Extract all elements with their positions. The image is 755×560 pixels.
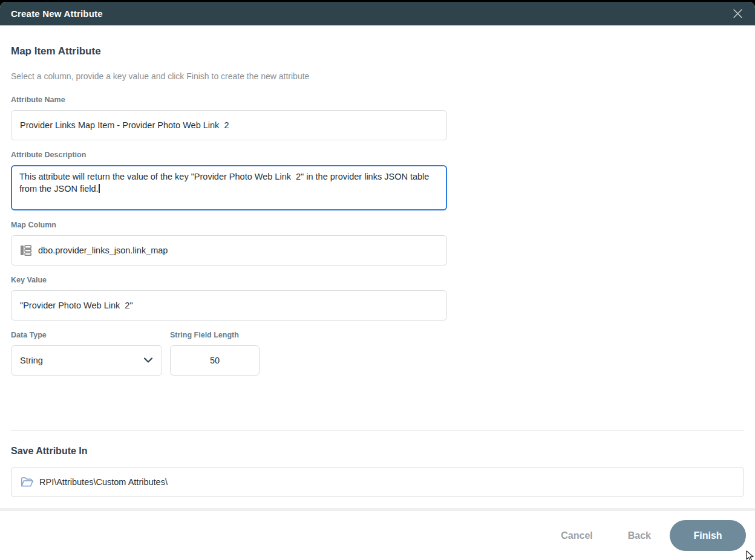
data-type-row: Data Type String String Field Length [11,321,744,376]
save-attribute-in-heading: Save Attribute In [11,445,744,457]
page-title: Map Item Attribute [11,45,744,57]
dialog-titlebar: Create New Attribute [0,2,755,25]
data-type-label: Data Type [11,331,162,340]
data-type-select[interactable]: String [11,345,162,376]
string-field-length-label: String Field Length [170,331,260,340]
section-divider [11,430,744,431]
dialog-content: Map Item Attribute Select a column, prov… [0,45,755,497]
close-icon [733,8,743,19]
key-value-label: Key Value [11,276,744,285]
map-column-value: dbo.provider_links_json.link_map [38,246,168,255]
close-button[interactable] [731,7,744,21]
map-column-input[interactable]: dbo.provider_links_json.link_map [11,235,447,265]
folder-open-icon [20,476,33,488]
attribute-name-label: Attribute Name [11,96,744,105]
page-subtitle: Select a column, provide a key value and… [11,72,744,81]
table-column-icon [20,244,32,257]
attribute-description-textarea[interactable]: This attribute will return the value of … [11,165,447,210]
cancel-button[interactable]: Cancel [561,530,592,541]
back-button[interactable]: Back [628,530,651,541]
attribute-description-text: This attribute will return the value of … [19,172,431,194]
dialog-title: Create New Attribute [11,8,103,19]
chevron-down-icon [143,357,153,363]
save-location-input[interactable]: RPI\Attributes\Custom Attributes\ [11,467,744,497]
string-field-length-input[interactable] [170,345,260,376]
finish-button[interactable]: Finish [670,520,746,551]
attribute-description-label: Attribute Description [11,151,744,160]
key-value-input[interactable] [11,290,447,321]
data-type-value: String [20,356,43,365]
create-attribute-dialog: Create New Attribute Map Item Attribute … [0,2,755,560]
map-column-label: Map Column [11,221,744,230]
dialog-footer: Cancel Back Finish [0,508,755,560]
attribute-name-input[interactable] [11,110,447,140]
save-location-value: RPI\Attributes\Custom Attributes\ [39,477,168,487]
